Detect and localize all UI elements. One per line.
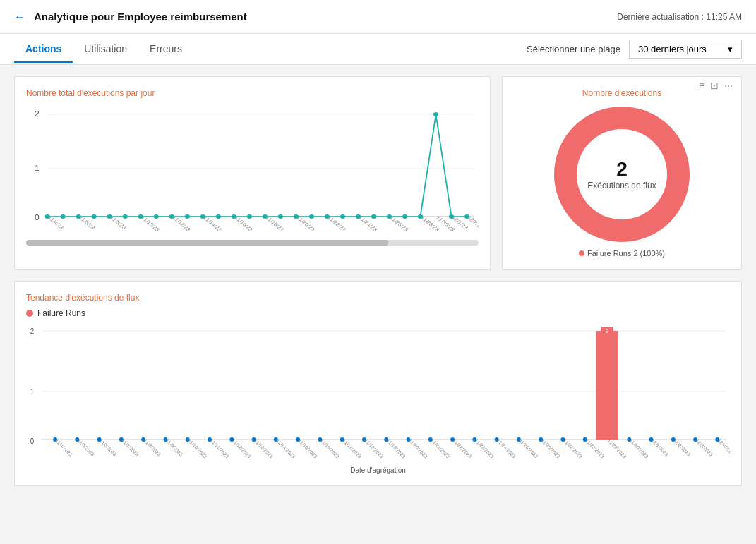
svg-text:11/14/2023: 11/14/2023 [275, 438, 296, 459]
svg-point-52 [581, 133, 663, 215]
line-chart-title: Nombre total d'exécutions par jour [26, 88, 479, 98]
nav-right: Sélectionner une plage 30 derniers jours… [527, 40, 742, 59]
svg-text:11/17/2023: 11/17/2023 [342, 438, 362, 459]
svg-text:11/10/2023: 11/10/2023 [187, 438, 208, 459]
svg-text:11/18/2023: 11/18/2023 [364, 438, 384, 459]
svg-text:11/20/2023: 11/20/2023 [408, 438, 428, 459]
svg-text:11/13/2023: 11/13/2023 [253, 438, 274, 459]
bar-legend: Failure Runs [26, 308, 730, 318]
svg-text:11/22/2023: 11/22/2023 [452, 438, 472, 459]
donut-legend: Failure Runs 2 (100%) [579, 249, 665, 258]
line-chart-svg: 2 1 0 [26, 104, 479, 234]
chart-scrollbar[interactable] [26, 240, 479, 246]
svg-text:11/9/2023: 11/9/2023 [165, 438, 184, 457]
tab-erreurs[interactable]: Erreurs [138, 36, 193, 63]
bar-chart-svg: 2 1 0 [26, 324, 730, 472]
svg-text:0: 0 [35, 214, 40, 222]
donut-chart-icons: ≡ ⊡ ··· [699, 80, 733, 260]
svg-text:11/19/2023: 11/19/2023 [386, 438, 407, 459]
svg-text:11/26/2023: 11/26/2023 [540, 438, 560, 459]
svg-text:11/5/2023: 11/5/2023 [77, 438, 95, 457]
filter-icon[interactable]: ≡ [699, 80, 704, 260]
svg-text:11/23/2023: 11/23/2023 [474, 438, 495, 459]
svg-text:2: 2 [606, 327, 609, 334]
svg-text:12/1/2023: 12/1/2023 [651, 438, 669, 457]
more-icon[interactable]: ··· [724, 80, 733, 260]
tab-actions[interactable]: Actions [14, 36, 73, 63]
svg-text:2: 2 [35, 110, 40, 118]
svg-text:12/4/2023: 12/4/2023 [717, 438, 730, 457]
bar-legend-label: Failure Runs [37, 308, 85, 318]
back-button[interactable]: ← [14, 11, 25, 23]
nav-tabs: Actions Utilisation Erreurs [14, 36, 193, 63]
page-title: Analytique pour Employee reimbursement [34, 11, 247, 23]
last-update: Dernière actualisation : 11:25 AM [617, 12, 742, 22]
svg-text:0: 0 [30, 437, 35, 445]
legend-dot [579, 250, 584, 256]
top-charts-row: Nombre total d'exécutions par jour 2 1 0 [14, 76, 742, 270]
svg-text:11/8/2023: 11/8/2023 [143, 438, 161, 457]
svg-text:11/4/2023: 11/4/2023 [54, 438, 73, 457]
svg-text:11/29/2023: 11/29/2023 [606, 438, 627, 459]
svg-text:11/27/2023: 11/27/2023 [563, 438, 583, 459]
svg-text:12/3/2023: 12/3/2023 [695, 438, 713, 457]
line-chart-card: Nombre total d'exécutions par jour 2 1 0 [14, 76, 491, 270]
svg-text:1: 1 [30, 388, 35, 396]
svg-text:2: 2 [30, 327, 34, 335]
main-content: Nombre total d'exécutions par jour 2 1 0 [0, 65, 756, 497]
svg-text:11/16/2023: 11/16/2023 [320, 438, 340, 459]
expand-icon[interactable]: ⊡ [710, 80, 719, 260]
svg-text:11/11/2023: 11/11/2023 [209, 438, 229, 459]
bar-chart-card: Tendance d'exécutions de flux Failure Ru… [14, 281, 742, 486]
date-range-select[interactable]: 30 derniers jours ▾ [629, 40, 742, 59]
donut-svg [551, 104, 692, 245]
header: ← Analytique pour Employee reimbursement… [0, 0, 756, 34]
svg-text:11/30/2023: 11/30/2023 [629, 438, 649, 459]
svg-text:11/25/2023: 11/25/2023 [518, 438, 539, 459]
select-range-label: Sélectionner une plage [527, 44, 620, 54]
chevron-down-icon: ▾ [728, 44, 733, 54]
bar-chart-area: 2 1 0 [26, 324, 730, 465]
donut-chart-card: Nombre d'exécutions 2 Exécutions de flux… [502, 76, 742, 270]
svg-text:11/21/2023: 11/21/2023 [430, 438, 450, 459]
donut-svg-wrap: 2 Exécutions de flux [551, 104, 692, 245]
svg-text:11/12/2023: 11/12/2023 [232, 438, 252, 459]
svg-text:12/2/23: 12/2/23 [466, 215, 479, 231]
donut-container: 2 Exécutions de flux Failure Runs 2 (100… [551, 104, 692, 258]
svg-text:11/7/2023: 11/7/2023 [121, 438, 139, 457]
date-range-value: 30 derniers jours [638, 44, 707, 54]
svg-text:12/2/2023: 12/2/2023 [673, 438, 691, 457]
svg-text:11/15/2023: 11/15/2023 [297, 438, 318, 459]
bar-chart-title: Tendance d'exécutions de flux [26, 293, 730, 303]
svg-text:1: 1 [35, 164, 40, 172]
bar-legend-dot [26, 310, 33, 317]
header-left: ← Analytique pour Employee reimbursement [14, 11, 247, 23]
svg-text:11/28/2023: 11/28/2023 [584, 438, 605, 459]
nav-bar: Actions Utilisation Erreurs Sélectionner… [0, 34, 756, 65]
donut-legend-text: Failure Runs 2 (100%) [587, 249, 665, 258]
line-chart-area: 2 1 0 [26, 104, 479, 231]
bar-spike [596, 331, 618, 440]
svg-text:11/24/2023: 11/24/2023 [496, 438, 517, 459]
donut-chart-title: Nombre d'exécutions [582, 88, 661, 98]
tab-utilisation[interactable]: Utilisation [73, 36, 138, 63]
svg-text:11/6/2023: 11/6/2023 [99, 438, 117, 457]
